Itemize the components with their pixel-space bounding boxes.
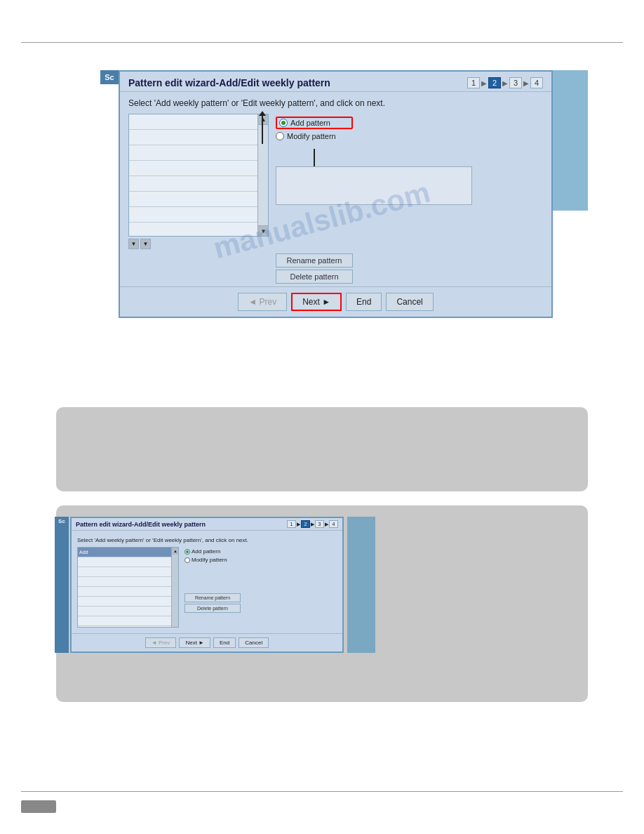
- mini-arrow-1: ▶: [297, 522, 300, 527]
- mini-instruction: Select 'Add weekly pattern' or 'Edit wee…: [77, 537, 248, 543]
- list-row: [129, 130, 257, 145]
- mini-list-row-selected: Add: [78, 548, 178, 557]
- info-box: [56, 407, 588, 491]
- dialog-content: ▲ ▼ ▼ ▼ Add pattern Modify pattern: [120, 111, 551, 286]
- mini-options-panel: Add pattern Modify pattern Rename patter…: [185, 547, 241, 630]
- list-row: [129, 176, 257, 192]
- options-panel: Add pattern Modify pattern Rename patter…: [276, 114, 353, 284]
- mini-arrow-2: ▶: [311, 522, 314, 527]
- mini-next-btn[interactable]: Next ►: [179, 637, 210, 648]
- mini-dialog: Pattern edit wizard-Add/Edit weekly patt…: [70, 517, 344, 653]
- arrow-head-up: [259, 111, 266, 116]
- action-buttons: Rename pattern Delete pattern: [276, 253, 353, 284]
- up-arrow-indicator: [259, 111, 266, 144]
- mini-arrow-3: ▶: [325, 522, 328, 527]
- mini-step-3: 3: [315, 520, 324, 528]
- second-section: Sc Pattern edit wizard-Add/Edit weekly p…: [56, 505, 588, 702]
- list-scroll-btns: ▼ ▼: [128, 239, 269, 249]
- modify-pattern-radio[interactable]: [276, 132, 284, 140]
- mini-bottom-bar: ◄ Prev Next ► End Cancel: [72, 633, 342, 651]
- modify-pattern-option[interactable]: Modify pattern: [276, 132, 353, 140]
- mini-modify-pattern[interactable]: Modify pattern: [185, 557, 241, 563]
- mini-list-row: [78, 567, 178, 577]
- mini-cancel-btn[interactable]: Cancel: [239, 637, 269, 648]
- dialog-bottom-bar: ◄ Prev Next ► End Cancel: [120, 286, 551, 317]
- next-btn[interactable]: Next ►: [291, 293, 342, 311]
- arrow-line-up: [262, 116, 263, 144]
- mini-list-row: [78, 577, 178, 587]
- mini-scroll-up[interactable]: ▲: [172, 548, 179, 555]
- mini-list-row: [78, 557, 178, 567]
- mini-delete-btn[interactable]: Delete pattern: [185, 604, 241, 613]
- list-rows: [129, 114, 257, 237]
- scroll-btn-down2[interactable]: ▼: [140, 239, 151, 249]
- mini-dialog-title: Pattern edit wizard-Add/Edit weekly patt…: [76, 521, 206, 528]
- mini-dialog-wrapper: Sc Pattern edit wizard-Add/Edit weekly p…: [70, 517, 344, 653]
- prev-btn[interactable]: ◄ Prev: [238, 293, 287, 311]
- add-pattern-label: Add pattern: [290, 119, 330, 127]
- list-row: [129, 114, 257, 130]
- mini-list-row: [78, 597, 178, 607]
- mini-step-4: 4: [329, 520, 338, 528]
- list-row: [129, 207, 257, 223]
- mini-add-label: Add pattern: [192, 548, 220, 555]
- list-panel: ▲ ▼ ▼ ▼: [128, 114, 269, 284]
- mini-list-scrollbox: Add ▲: [77, 547, 179, 628]
- add-pattern-radio[interactable]: [279, 119, 288, 127]
- mini-title-bar: Pattern edit wizard-Add/Edit weekly patt…: [72, 518, 342, 531]
- list-row: [129, 223, 257, 237]
- bottom-rule: [21, 791, 623, 792]
- mini-action-btns: Rename pattern Delete pattern: [185, 593, 241, 613]
- step-3: 3: [509, 77, 522, 88]
- top-rule: [21, 42, 623, 43]
- mini-prev-btn[interactable]: ◄ Prev: [145, 637, 177, 648]
- add-pattern-option[interactable]: Add pattern: [276, 117, 353, 129]
- dialog-title-bar: Pattern edit wizard-Add/Edit weekly patt…: [120, 72, 551, 92]
- step-arrow-1: ▶: [481, 79, 487, 87]
- end-btn[interactable]: End: [346, 293, 382, 311]
- mini-step-indicators: 1 ▶ 2 ▶ 3 ▶ 4: [287, 520, 338, 528]
- mini-right-panel: [347, 517, 375, 653]
- mini-content: Add ▲: [72, 545, 342, 633]
- list-row: [129, 161, 257, 176]
- modify-pattern-label: Modify pattern: [287, 132, 336, 140]
- bottom-page-indicator: [21, 800, 56, 813]
- mini-modify-radio[interactable]: [185, 557, 190, 563]
- mini-add-pattern[interactable]: Add pattern: [185, 548, 241, 555]
- mini-list-scrollbar: ▲: [171, 548, 178, 627]
- mini-list-row: [78, 587, 178, 597]
- sc-label-main: Sc: [100, 70, 119, 84]
- scroll-down-btn[interactable]: ▼: [258, 225, 269, 236]
- callout-box: [276, 166, 472, 205]
- list-row: [129, 145, 257, 161]
- step-4: 4: [530, 77, 543, 88]
- step-2: 2: [488, 77, 501, 88]
- list-row: [129, 192, 257, 207]
- delete-pattern-btn[interactable]: Delete pattern: [276, 270, 353, 284]
- step-arrow-3: ▶: [523, 79, 529, 87]
- dialog-instruction: Select 'Add weekly pattern' or 'Edit wee…: [128, 98, 385, 108]
- main-dialog: Pattern edit wizard-Add/Edit weekly patt…: [119, 70, 553, 318]
- mini-list-row: [78, 616, 178, 626]
- mini-sc-label: Sc: [55, 517, 69, 653]
- dialog-title: Pattern edit wizard-Add/Edit weekly patt…: [128, 77, 330, 88]
- mini-step-1: 1: [287, 520, 296, 528]
- step-1: 1: [467, 77, 480, 88]
- dialog-instruction-wrapper: Select 'Add weekly pattern' or 'Edit wee…: [120, 92, 551, 111]
- mini-list-row: [78, 607, 178, 616]
- mini-rename-btn[interactable]: Rename pattern: [185, 593, 241, 602]
- scroll-btn-down1[interactable]: ▼: [128, 239, 139, 249]
- cancel-btn[interactable]: Cancel: [386, 293, 433, 311]
- step-indicators: 1 ▶ 2 ▶ 3 ▶ 4: [467, 77, 543, 88]
- mini-end-btn[interactable]: End: [213, 637, 236, 648]
- mini-list-panel: Add ▲: [77, 547, 179, 630]
- mini-instruction-wrapper: Select 'Add weekly pattern' or 'Edit wee…: [72, 531, 342, 545]
- list-scrollbox: ▲ ▼: [128, 114, 269, 237]
- step-arrow-2: ▶: [502, 79, 508, 87]
- mini-modify-label: Modify pattern: [192, 557, 227, 563]
- rename-pattern-btn[interactable]: Rename pattern: [276, 253, 353, 267]
- mini-add-radio[interactable]: [185, 549, 190, 555]
- mini-step-2: 2: [301, 520, 310, 528]
